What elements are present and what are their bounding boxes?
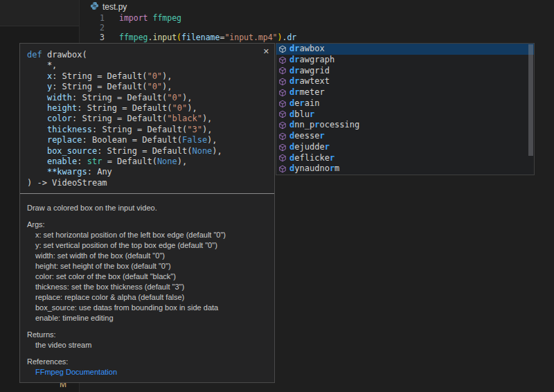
suggest-item-drawbox[interactable]: drawbox (276, 44, 534, 55)
suggest-item-drmeter[interactable]: drmeter (276, 87, 534, 98)
code-token: thickness (47, 125, 92, 134)
line-number[interactable]: 2 (80, 23, 105, 33)
code-token: : String = Default( (77, 103, 172, 113)
editor-code-line[interactable]: 2 (80, 23, 554, 33)
signature-line: def drawbox( (27, 50, 267, 60)
code-token: ffmpeg (152, 13, 181, 23)
code-token: ), (177, 157, 187, 166)
code-token: = Default( (102, 157, 157, 166)
line-number[interactable]: 3 (80, 33, 105, 42)
ffmpeg-documentation-link[interactable]: FFmpeg Documentation (35, 368, 117, 376)
method-cube-icon (278, 110, 287, 118)
suggest-item-dblur[interactable]: dblur (276, 109, 534, 121)
tab-label: test.py (102, 2, 127, 12)
suggest-item-deflicker[interactable]: deflicker (276, 153, 534, 164)
code-token: ), (207, 135, 217, 145)
code-token: ), (162, 71, 172, 81)
signature-line: replace: Boolean = Default(False), (27, 135, 267, 145)
code-token (27, 93, 47, 103)
suggest-item-dnn_processing[interactable]: dnn_processing (276, 120, 534, 131)
code-token: color (47, 114, 72, 123)
signature-line: box_source: String = Default(None), (27, 146, 267, 157)
code-token (27, 146, 47, 156)
returns-value: the video stream (35, 340, 267, 350)
method-cube-icon (278, 165, 287, 173)
code-token: ( (177, 33, 181, 42)
code-token: enable (47, 157, 77, 166)
method-cube-icon (278, 121, 287, 130)
code-token: : String = Default( (92, 125, 187, 134)
code-token: : String = Default( (52, 82, 147, 91)
code-token: ), (162, 82, 172, 91)
code-token: None (192, 146, 212, 156)
editor-code-line[interactable]: 1import ffmpeg (80, 13, 554, 23)
signature-line: height: String = Default("0"), (27, 103, 267, 114)
code-token: ), (182, 93, 192, 103)
scrollbar-thumb[interactable] (528, 44, 533, 156)
code-token: ), (212, 146, 222, 156)
method-cube-icon (278, 45, 287, 53)
signature-line: y: String = Default("0"), (27, 82, 267, 92)
suggest-items: drawboxdrawgraphdrawgriddrawtextdrmeterd… (276, 44, 534, 175)
method-cube-icon (278, 66, 287, 75)
arg-description: y: set vertical position of the top box … (35, 240, 267, 251)
code-token: "0" (147, 71, 162, 81)
args-title: Args: (27, 220, 267, 230)
code-token: replace (47, 135, 82, 145)
signature-line: *, (27, 60, 267, 71)
signature-line: width: String = Default("0"), (27, 93, 267, 103)
line-number[interactable]: 1 (80, 13, 105, 23)
code-token: ffmpeg (119, 33, 148, 42)
code-token: : String = Default( (72, 93, 167, 103)
code-lines[interactable]: 1import ffmpeg23ffmpeg.input(filename="i… (80, 13, 554, 42)
method-cube-icon (278, 154, 287, 162)
suggest-item-drawgrid[interactable]: drawgrid (276, 66, 534, 77)
code-token: : String = Default( (72, 114, 167, 123)
code-token: : String = Default( (97, 146, 192, 156)
arg-description: height: set height of the box (default "… (35, 261, 267, 271)
python-file-icon (90, 1, 99, 13)
code-token: def (27, 50, 42, 60)
code-token: ) -> VideoStream (27, 178, 107, 188)
code-token: "0" (167, 93, 182, 103)
suggest-item-derain[interactable]: derain (276, 98, 534, 109)
code-token: dr (287, 33, 296, 42)
method-cube-icon (278, 78, 287, 86)
code-token (27, 71, 47, 81)
method-cube-icon (278, 132, 287, 141)
code-token: None (157, 157, 177, 166)
suggest-item-dejudder[interactable]: dejudder (276, 142, 534, 153)
suggest-item-label: deesser (289, 131, 325, 142)
tab-test-py[interactable]: test.py (90, 1, 127, 12)
suggest-item-label: dnn_processing (289, 120, 359, 131)
suggest-item-deesser[interactable]: deesser (276, 131, 534, 142)
code-token: : (77, 157, 87, 166)
docstring-description: Draw a colored box on the input video. (27, 203, 267, 213)
suggest-item-drawtext[interactable]: drawtext (276, 76, 534, 87)
suggest-item-dynaudnorm[interactable]: dynaudnorm (276, 163, 534, 175)
signature-line: color: String = Default("black"), (27, 114, 267, 124)
code-token: "3" (187, 125, 202, 134)
code-token: height (47, 103, 77, 113)
code-token: : String = Default( (52, 71, 147, 81)
suggest-item-label: drmeter (289, 87, 325, 98)
signature-line: ) -> VideoStream (27, 178, 267, 188)
code-token: ), (187, 103, 197, 113)
code-token: : Any (87, 167, 112, 177)
docstring-body: Draw a colored box on the input video. A… (20, 194, 274, 377)
suggest-item-label: drawbox (289, 44, 325, 55)
signature-line: x: String = Default("0"), (27, 71, 267, 82)
arg-description: thickness: set the box thickness (defaul… (35, 282, 267, 292)
suggest-docs-popup: ✕ def drawbox( *, x: String = Default("0… (19, 43, 275, 383)
code-token: width (47, 93, 72, 103)
code-token: False (182, 135, 207, 145)
close-icon[interactable]: ✕ (263, 47, 269, 55)
suggest-item-drawgraph[interactable]: drawgraph (276, 55, 534, 66)
method-cube-icon (278, 89, 287, 97)
vscode-window: M test.py 1import ffmpeg23ffmpeg.input(f… (0, 0, 554, 392)
editor-code-line[interactable]: 3ffmpeg.input(filename="input.mp4").dr (80, 33, 554, 42)
code-token: box_source (47, 146, 97, 156)
code-token: input (152, 33, 177, 42)
suggest-item-label: drawgrid (289, 66, 330, 77)
arg-description: box_source: use datas from bounding box … (35, 303, 267, 313)
